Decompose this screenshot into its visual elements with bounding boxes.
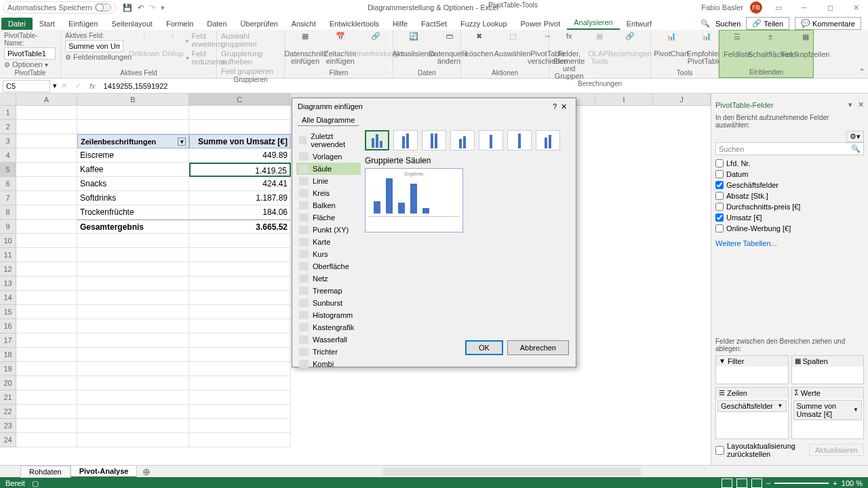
col-header-j[interactable]: J: [653, 94, 711, 106]
field-checkbox[interactable]: [715, 159, 724, 167]
tab-fuzzy[interactable]: Fuzzy Lookup: [454, 18, 513, 30]
zoom-in-icon[interactable]: +: [833, 479, 837, 487]
field-pane-close-icon[interactable]: ✕: [858, 100, 864, 109]
tab-file[interactable]: Datei: [1, 18, 33, 30]
row-header[interactable]: 6: [0, 177, 16, 191]
add-sheet-icon[interactable]: ⊕: [137, 466, 156, 477]
columns-area[interactable]: ▦ Spalten: [791, 355, 865, 384]
chart-type-item[interactable]: Kombi: [296, 358, 361, 370]
table-row-value[interactable]: 424.41: [189, 177, 291, 191]
chart-type-item[interactable]: Balken: [296, 199, 361, 211]
chart-subtype-stacked[interactable]: [393, 130, 418, 150]
dialog-close-icon[interactable]: ✕: [557, 102, 570, 111]
field-checkbox[interactable]: [715, 181, 724, 189]
more-tables-link[interactable]: Weitere Tabellen...: [715, 237, 864, 250]
row-header[interactable]: 9: [0, 220, 16, 234]
toggle-switch[interactable]: [95, 3, 111, 12]
tab-analysieren[interactable]: Analysieren: [567, 16, 619, 30]
chart-type-item[interactable]: Kreis: [296, 187, 361, 199]
rows-area-item[interactable]: Geschäftsfelder▼: [717, 400, 787, 412]
row-header[interactable]: 23: [0, 419, 16, 433]
rows-area[interactable]: ☰ ZeilenGeschäftsfelder▼: [715, 387, 789, 439]
sheet-tab-pivot[interactable]: Pivot-Analyse: [71, 465, 138, 478]
macro-record-icon[interactable]: ▢: [32, 479, 39, 488]
chart-type-item[interactable]: Fläche: [296, 211, 361, 224]
table-total-value[interactable]: 3.665.52: [189, 220, 291, 234]
options-button[interactable]: ⚙ Optionen ▾: [4, 60, 56, 69]
row-header[interactable]: 24: [0, 433, 16, 447]
chart-type-item[interactable]: Sunburst: [296, 297, 361, 309]
chart-type-item[interactable]: Vorlagen: [296, 150, 361, 163]
search-icon[interactable]: 🔍: [701, 19, 710, 28]
chart-type-item[interactable]: Histogramm: [296, 309, 361, 321]
chart-subtype-3d-100stacked[interactable]: [507, 130, 532, 150]
col-header-a[interactable]: A: [16, 94, 77, 106]
table-row-value[interactable]: 1.187.89: [189, 191, 291, 205]
formula-input[interactable]: [100, 82, 868, 90]
save-icon[interactable]: 💾: [123, 3, 132, 12]
field-item[interactable]: Absatz [Stk.]: [715, 190, 864, 201]
chart-subtype-100stacked[interactable]: [422, 130, 446, 150]
minimize-icon[interactable]: ─: [795, 1, 814, 14]
table-row-label[interactable]: Eiscreme: [77, 148, 189, 163]
page-break-view-icon[interactable]: [751, 479, 762, 488]
chart-subtype-3d-stacked[interactable]: [479, 130, 503, 150]
filter-dropdown-icon[interactable]: ▾: [178, 138, 186, 146]
row-header[interactable]: 5: [0, 163, 16, 177]
maximize-icon[interactable]: ◻: [821, 1, 840, 14]
field-item[interactable]: Umsatz [€]: [715, 212, 864, 223]
row-header[interactable]: 10: [0, 234, 16, 248]
pt-name-input[interactable]: [4, 47, 56, 60]
chart-type-item[interactable]: Kurs: [296, 248, 361, 260]
pivot-row-header[interactable]: Zeilenbeschriftungen▾: [77, 134, 189, 148]
table-row-label[interactable]: Snacks: [77, 177, 189, 191]
row-header[interactable]: 14: [0, 291, 16, 305]
field-checkbox[interactable]: [715, 170, 724, 178]
chart-subtype-3d[interactable]: [536, 130, 560, 150]
headers-button[interactable]: ▦Feldkopfzeilen: [789, 32, 822, 68]
tab-powerpivot[interactable]: Power Pivot: [514, 18, 568, 30]
tab-uberprufen[interactable]: Überprüfen: [234, 18, 285, 30]
cancel-formula-icon[interactable]: ✕: [57, 81, 71, 90]
delete-button[interactable]: ✖Löschen: [465, 31, 494, 69]
row-header[interactable]: 22: [0, 405, 16, 419]
field-checkbox[interactable]: [715, 203, 724, 211]
row-header[interactable]: 19: [0, 362, 16, 376]
page-layout-view-icon[interactable]: [736, 479, 747, 488]
tab-start[interactable]: Start: [33, 18, 62, 30]
normal-view-icon[interactable]: [722, 479, 732, 488]
pivotchart-button[interactable]: 📊PivotChart: [655, 31, 688, 69]
fields-items-button[interactable]: fxFelder, Elemente und Gruppen: [553, 31, 585, 80]
table-row-label[interactable]: Softdrinks: [77, 191, 189, 205]
chart-type-item[interactable]: Säule: [296, 163, 361, 175]
cancel-button[interactable]: Abbrechen: [507, 340, 569, 355]
row-header[interactable]: 20: [0, 376, 16, 390]
recommended-button[interactable]: 📊Empfohlene PivotTables: [690, 31, 723, 69]
field-item[interactable]: Lfd. Nr.: [715, 158, 864, 169]
select-all-corner[interactable]: [0, 94, 16, 106]
chart-type-item[interactable]: Treemap: [296, 285, 361, 297]
select-button[interactable]: ⬚Auswählen: [496, 31, 529, 69]
chart-type-item[interactable]: Oberfläche: [296, 260, 361, 272]
chart-subtype-clustered[interactable]: [365, 130, 389, 150]
tab-factset[interactable]: FactSet: [414, 18, 454, 30]
avatar[interactable]: FB: [750, 1, 762, 14]
tab-entwurf[interactable]: Entwurf: [620, 18, 658, 30]
field-checkbox[interactable]: [715, 214, 724, 222]
tab-ansicht[interactable]: Ansicht: [285, 18, 323, 30]
field-item[interactable]: Datum: [715, 169, 864, 180]
field-search[interactable]: Suchen🔍: [715, 142, 864, 155]
field-item[interactable]: Geschäftsfelder: [715, 180, 864, 190]
row-header[interactable]: 15: [0, 305, 16, 319]
table-row-value[interactable]: 449.89: [189, 148, 291, 163]
field-checkbox[interactable]: [715, 224, 724, 232]
selected-cell[interactable]: 1.419.25: [189, 163, 291, 177]
row-header[interactable]: 11: [0, 248, 16, 262]
zoom-level[interactable]: 100 %: [842, 479, 863, 487]
col-header-b[interactable]: B: [77, 94, 189, 106]
filter-area[interactable]: ▼ Filter: [715, 355, 789, 384]
chart-type-item[interactable]: Trichter: [296, 346, 361, 358]
chevron-down-icon[interactable]: ▼: [853, 407, 859, 413]
dialog-tab-all[interactable]: Alle Diagramme: [298, 115, 359, 126]
zoom-out-icon[interactable]: −: [766, 479, 770, 487]
